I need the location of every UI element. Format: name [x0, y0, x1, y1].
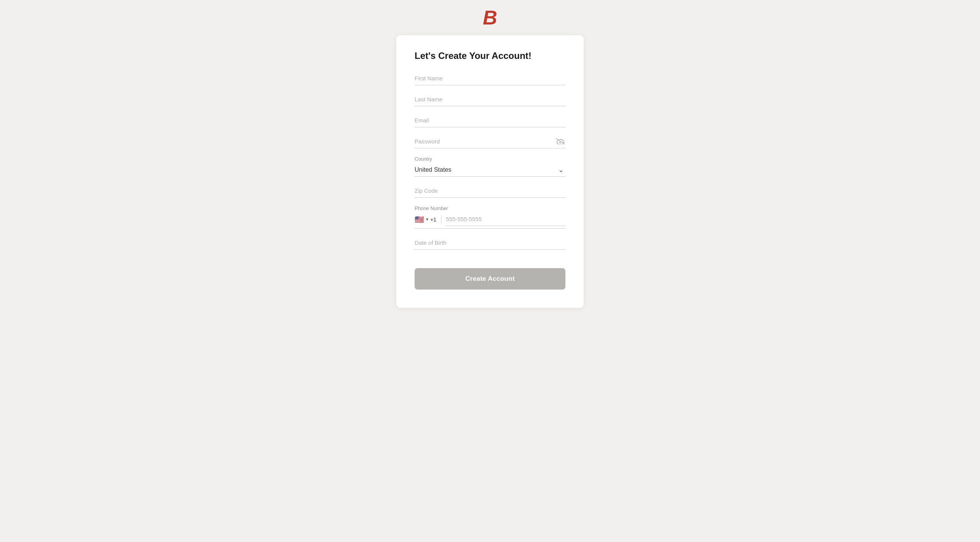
country-field: Country United States Canada United King… — [415, 156, 565, 177]
phone-field-wrapper: 🇺🇸 ▼ +1 — [415, 213, 565, 229]
email-input[interactable] — [415, 114, 565, 127]
country-select-wrapper[interactable]: United States Canada United Kingdom Aust… — [415, 163, 565, 177]
last-name-field — [415, 93, 565, 106]
password-input[interactable] — [415, 135, 565, 148]
logo-area: B — [0, 0, 980, 31]
phone-number-input[interactable] — [446, 213, 565, 226]
dob-field — [415, 236, 565, 250]
us-flag-icon: 🇺🇸 — [415, 216, 424, 223]
phone-divider — [441, 215, 441, 224]
first-name-input[interactable] — [415, 72, 565, 85]
toggle-password-icon[interactable] — [556, 138, 565, 145]
create-account-button[interactable]: Create Account — [415, 268, 565, 290]
dob-input[interactable] — [415, 236, 565, 250]
registration-form-card: Let's Create Your Account! Country Unite… — [396, 35, 584, 308]
country-label: Country — [415, 156, 565, 162]
country-select[interactable]: United States Canada United Kingdom Aust… — [415, 163, 565, 173]
password-field — [415, 135, 565, 148]
phone-label: Phone Number — [415, 205, 565, 211]
first-name-field — [415, 72, 565, 85]
phone-country-code: +1 — [430, 216, 436, 223]
zip-code-input[interactable] — [415, 184, 565, 198]
email-field — [415, 114, 565, 127]
form-title: Let's Create Your Account! — [415, 50, 565, 61]
phone-country-selector[interactable]: 🇺🇸 ▼ +1 — [415, 213, 436, 226]
phone-chevron-icon: ▼ — [425, 217, 429, 221]
logo-icon: B — [483, 8, 497, 28]
zip-code-field — [415, 184, 565, 198]
phone-number-field: Phone Number 🇺🇸 ▼ +1 — [415, 205, 565, 229]
last-name-input[interactable] — [415, 93, 565, 106]
